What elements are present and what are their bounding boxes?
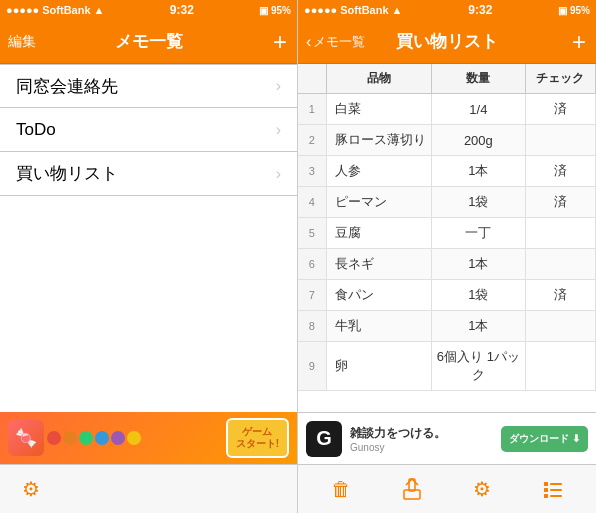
item-qty-6: 1袋 (432, 280, 526, 311)
col-item-header: 品物 (326, 64, 431, 94)
row-num-6: 7 (298, 280, 326, 311)
row-num-5: 6 (298, 249, 326, 280)
chevron-icon: › (276, 77, 281, 95)
status-bar-left: ●●●●● SoftBank ▲ 9:32 ▣ 95% (0, 0, 297, 20)
candy-blue (95, 431, 109, 445)
candy-green (79, 431, 93, 445)
candy-logo: 🍬 (8, 420, 44, 456)
nav-bar-left: 編集 メモ一覧 + (0, 20, 297, 64)
ad-banner-right[interactable]: G 雑談力をつける。 Gunosy ダウンロード ⬇ (298, 412, 596, 464)
item-qty-7: 1本 (432, 311, 526, 342)
list-item-reunion[interactable]: 同窓会連絡先 › (0, 64, 297, 108)
table-row: 4 ピーマン 1袋 済 (298, 187, 596, 218)
item-check-3: 済 (525, 187, 595, 218)
item-check-1 (525, 125, 595, 156)
download-button[interactable]: ダウンロード ⬇ (501, 426, 588, 452)
table-row: 7 食パン 1袋 済 (298, 280, 596, 311)
svg-rect-4 (544, 488, 548, 492)
item-qty-1: 200g (432, 125, 526, 156)
candy-yellow (127, 431, 141, 445)
toolbar-left: ⚙ (0, 464, 297, 513)
item-name-7: 牛乳 (326, 311, 431, 342)
item-qty-0: 1/4 (432, 94, 526, 125)
table-row: 5 豆腐 一丁 (298, 218, 596, 249)
carrier-left: ●●●●● SoftBank ▲ (6, 4, 105, 16)
ad-banner-left[interactable]: 🍬 ゲーム スタート! (0, 412, 297, 464)
battery-left: ▣ 95% (259, 5, 291, 16)
item-name-1: 豚ロース薄切り (326, 125, 431, 156)
nav-bar-right: ‹ メモ一覧 買い物リスト + (298, 20, 596, 64)
item-qty-4: 一丁 (432, 218, 526, 249)
item-check-8 (525, 342, 595, 391)
list-item-todo[interactable]: ToDo › (0, 108, 297, 152)
table-row: 8 牛乳 1本 (298, 311, 596, 342)
item-name-0: 白菜 (326, 94, 431, 125)
candy-items (47, 431, 141, 445)
toolbar-right: 🗑 ⚙ (298, 464, 596, 513)
item-name-2: 人参 (326, 156, 431, 187)
row-num-3: 4 (298, 187, 326, 218)
ad-sub-text: Gunosy (350, 442, 493, 453)
battery-right: ▣ 95% (558, 5, 590, 16)
item-name-5: 長ネギ (326, 249, 431, 280)
time-left: 9:32 (170, 3, 194, 17)
svg-rect-7 (550, 495, 562, 497)
ad-main-text: 雑談力をつける。 (350, 425, 493, 442)
settings-button-left[interactable]: ⚙ (16, 474, 46, 504)
row-num-0: 1 (298, 94, 326, 125)
item-name-3: ピーマン (326, 187, 431, 218)
edit-button[interactable]: 編集 (8, 33, 36, 51)
item-qty-5: 1本 (432, 249, 526, 280)
svg-rect-5 (550, 489, 562, 491)
download-icon: ⬇ (572, 433, 580, 444)
table-row: 1 白菜 1/4 済 (298, 94, 596, 125)
nav-title-right: 買い物リスト (396, 30, 498, 53)
svg-rect-6 (544, 494, 548, 498)
ad-text-block: 雑談力をつける。 Gunosy (350, 425, 493, 453)
list-button[interactable] (535, 471, 571, 507)
item-check-5 (525, 249, 595, 280)
game-start-button[interactable]: ゲーム スタート! (226, 418, 289, 458)
trash-button[interactable]: 🗑 (323, 471, 359, 507)
item-name-6: 食パン (326, 280, 431, 311)
item-qty-3: 1袋 (432, 187, 526, 218)
candy-orange (63, 431, 77, 445)
row-num-1: 2 (298, 125, 326, 156)
candy-red (47, 431, 61, 445)
table-row: 3 人参 1本 済 (298, 156, 596, 187)
table-header-row: 品物 数量 チェック (298, 64, 596, 94)
share-button[interactable] (394, 471, 430, 507)
col-check-header: チェック (525, 64, 595, 94)
shopping-table: 品物 数量 チェック 1 白菜 1/4 済 2 豚ロース薄切り 200g 3 人… (298, 64, 596, 391)
item-check-7 (525, 311, 595, 342)
gunosy-logo: G (306, 421, 342, 457)
chevron-icon: › (276, 121, 281, 139)
back-button[interactable]: ‹ メモ一覧 (306, 33, 365, 51)
item-check-6: 済 (525, 280, 595, 311)
item-check-0: 済 (525, 94, 595, 125)
row-num-8: 9 (298, 342, 326, 391)
item-check-2: 済 (525, 156, 595, 187)
time-right: 9:32 (468, 3, 492, 17)
memo-list: 同窓会連絡先 › ToDo › 買い物リスト › (0, 64, 297, 412)
svg-rect-3 (550, 483, 562, 485)
add-button-right[interactable]: + (572, 30, 586, 54)
svg-rect-2 (544, 482, 548, 486)
item-check-4 (525, 218, 595, 249)
col-qty-header: 数量 (432, 64, 526, 94)
nav-title-left: メモ一覧 (115, 30, 183, 53)
table-row: 9 卵 6個入り 1パック (298, 342, 596, 391)
chevron-icon: › (276, 165, 281, 183)
right-panel: ●●●●● SoftBank ▲ 9:32 ▣ 95% ‹ メモ一覧 買い物リス… (298, 0, 596, 513)
col-num-header (298, 64, 326, 94)
row-num-7: 8 (298, 311, 326, 342)
item-name-4: 豆腐 (326, 218, 431, 249)
table-row: 6 長ネギ 1本 (298, 249, 596, 280)
list-item-shopping[interactable]: 買い物リスト › (0, 152, 297, 196)
candy-purple (111, 431, 125, 445)
add-button-left[interactable]: + (273, 30, 287, 54)
left-panel: ●●●●● SoftBank ▲ 9:32 ▣ 95% 編集 メモ一覧 + 同窓… (0, 0, 298, 513)
item-qty-8: 6個入り 1パック (432, 342, 526, 391)
settings-button-right[interactable]: ⚙ (464, 471, 500, 507)
item-name-8: 卵 (326, 342, 431, 391)
